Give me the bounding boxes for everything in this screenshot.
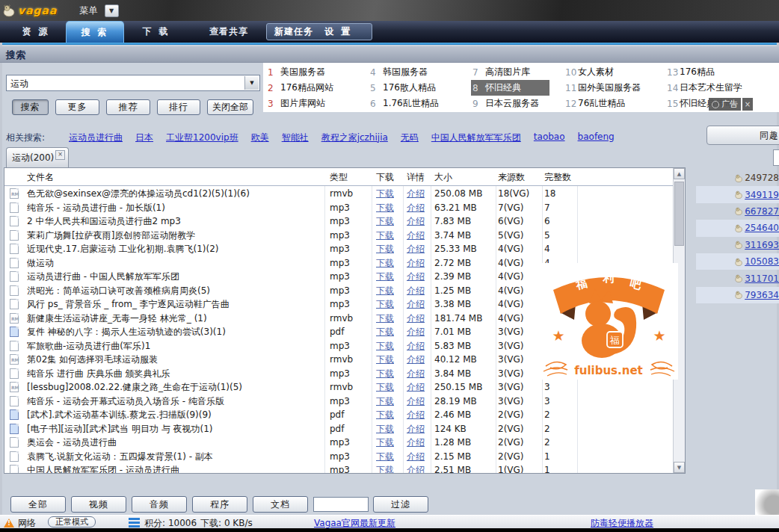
related-search-link[interactable]: 欧美	[251, 132, 269, 144]
tab-search[interactable]: 搜 索	[66, 21, 124, 43]
tab-resources[interactable]: 资 源	[6, 21, 66, 43]
related-search-link[interactable]: baofeng	[578, 132, 615, 144]
detail-link[interactable]: 介绍	[407, 214, 425, 229]
related-search-link[interactable]: 运动员进行曲	[69, 132, 123, 144]
table-row[interactable]: [电子书][运动][武术]武当 明目功 与 夜视功(1) pdf 下载 介绍 1…	[4, 422, 673, 436]
detail-link[interactable]: 介绍	[407, 201, 425, 215]
download-link[interactable]: 下载	[376, 229, 394, 243]
download-link[interactable]: 下载	[376, 422, 394, 436]
download-link[interactable]: 下载	[376, 284, 394, 298]
scrollbar-thumb[interactable]	[674, 182, 684, 246]
user-id-link[interactable]: 254640	[745, 223, 779, 233]
tab-close-icon[interactable]: ×	[55, 150, 65, 160]
related-search-link[interactable]: 无码	[401, 132, 419, 144]
user-list-item[interactable]: 667827	[696, 203, 779, 220]
table-row[interactable]: 袁腾飞.说新文化运动：五四爆发背景(1) - 副本 mp3 下载 介绍 2.15…	[4, 450, 673, 464]
ranking-button[interactable]: 排行	[157, 99, 200, 115]
detail-link[interactable]: 介绍	[407, 353, 425, 367]
download-link[interactable]: 下载	[376, 242, 394, 256]
tab-download[interactable]: 下 载	[132, 21, 181, 43]
server-ad-item[interactable]: 12 76乱世精品	[564, 96, 629, 111]
combo-dropdown-button[interactable]: ▼	[244, 76, 259, 90]
detail-link[interactable]: 介绍	[407, 422, 425, 436]
download-link[interactable]: 下载	[376, 408, 394, 422]
table-row[interactable]: [lessbug]2008.02.22.健康之路_生命在于运动(1)(5) rm…	[4, 380, 673, 395]
table-row[interactable]: 2 中华人民共和国运动员进行曲2 mp3 mp3 下载 介绍 7.83 MB 6…	[4, 214, 673, 229]
detail-link[interactable]: 介绍	[407, 367, 425, 381]
download-link[interactable]: 下载	[376, 187, 394, 201]
related-search-link[interactable]: 教程之家jczhijia	[321, 132, 388, 144]
server-ad-item[interactable]: 8 怀旧经典	[471, 80, 549, 96]
detail-link[interactable]: 介绍	[407, 187, 425, 201]
user-list-item[interactable]: 249728	[696, 170, 779, 186]
server-ad-item[interactable]: 2 176精品网站	[266, 80, 337, 96]
server-ad-item[interactable]: 10 女人素材	[564, 64, 618, 80]
scroll-down-icon[interactable]: ▼	[674, 462, 685, 473]
related-search-link[interactable]: 工业帮1200vip班	[166, 132, 238, 144]
download-link[interactable]: 下载	[376, 450, 394, 464]
header-complete[interactable]: 完整数	[544, 171, 571, 184]
related-search-link[interactable]: 中国人民解放军军乐团	[431, 132, 521, 144]
menu-label[interactable]: 菜单	[80, 4, 98, 17]
tab-view-shared[interactable]: 查看共享	[193, 21, 265, 43]
detail-link[interactable]: 介绍	[407, 339, 425, 353]
detail-link[interactable]: 介绍	[407, 325, 425, 339]
download-link[interactable]: 下载	[376, 214, 394, 229]
detail-link[interactable]: 介绍	[407, 242, 425, 256]
download-link[interactable]: 下载	[376, 339, 394, 353]
table-row[interactable]: [武术].武术运动基本训练.蔡龙云.扫描版(9)(9) pdf 下载 介绍 2.…	[4, 408, 673, 422]
detail-link[interactable]: 介绍	[407, 284, 425, 298]
server-ad-item[interactable]: 3 图片库网站	[266, 96, 329, 111]
server-ad-item[interactable]: 11 国外美国服务器	[564, 80, 644, 96]
related-search-link[interactable]: 日本	[135, 132, 153, 144]
download-link[interactable]: 下载	[376, 297, 394, 312]
server-ad-item[interactable]: 5 176散人精品	[369, 80, 440, 96]
download-link[interactable]: 下载	[376, 353, 394, 367]
table-row[interactable]: 茉莉广场舞[拉萨夜雨]原创胯部运动附教学 mp3 下载 介绍 3.74 MB 5…	[4, 229, 673, 243]
download-link[interactable]: 下载	[376, 395, 394, 409]
related-search-link[interactable]: 智能社	[282, 132, 309, 144]
table-row[interactable]: 色无欲@sexinsex@漂亮的体操运动员cd1(2)(5)(1)(6) rmv…	[4, 187, 673, 201]
server-ad-item[interactable]: 14 日本艺术生留学	[665, 80, 746, 96]
results-tab[interactable]: 运动(200) ×	[6, 147, 69, 167]
header-filename[interactable]: 文件名	[27, 171, 54, 184]
header-download[interactable]: 下载	[376, 171, 394, 184]
server-ad-item[interactable]: 7 高清图片库	[471, 64, 534, 80]
filter-program-button[interactable]: 程序	[192, 496, 247, 513]
scroll-up-icon[interactable]: ▲	[674, 168, 685, 179]
user-id-link[interactable]: 349119	[745, 190, 779, 200]
detail-link[interactable]: 介绍	[407, 436, 425, 450]
new-task-button[interactable]: 新建任务	[274, 25, 313, 38]
menu-dropdown-button[interactable]: ▼	[105, 4, 119, 17]
user-list-item[interactable]: 793634	[696, 287, 779, 303]
detail-link[interactable]: 介绍	[407, 270, 425, 284]
detail-link[interactable]: 介绍	[407, 408, 425, 422]
filter-input[interactable]	[313, 497, 369, 512]
table-row[interactable]: 奥运会 - 运动员进行曲 mp3 下载 介绍 1.28 MB 2(VG) 2	[4, 436, 673, 450]
server-ad-item[interactable]: 4 韩国服务器	[369, 64, 431, 80]
detail-link[interactable]: 介绍	[407, 395, 425, 409]
user-list-item[interactable]: 311693	[696, 237, 779, 253]
user-id-link[interactable]: 311701	[745, 273, 779, 284]
user-id-link[interactable]: 667827	[745, 206, 779, 217]
download-link[interactable]: 下载	[376, 201, 394, 215]
server-ad-item[interactable]: 13 176精品	[665, 64, 718, 80]
detail-link[interactable]: 介绍	[407, 312, 425, 326]
detail-link[interactable]: 介绍	[407, 297, 425, 312]
download-link[interactable]: 下载	[376, 380, 394, 395]
ad-close-icon[interactable]: ×	[742, 98, 753, 111]
user-id-link[interactable]: 249728	[745, 173, 779, 183]
user-id-link[interactable]: 311693	[745, 240, 779, 250]
filter-video-button[interactable]: 视频	[71, 496, 126, 513]
download-link[interactable]: 下载	[376, 325, 394, 339]
user-list-item[interactable]: 254640	[696, 220, 779, 236]
download-link[interactable]: 下载	[376, 463, 394, 473]
user-id-link[interactable]: 105083	[745, 256, 779, 267]
table-row[interactable]: 纯音乐 - 运动会开幕式运动员入场音乐 - 纯音乐版 mp3 下载 介绍 28.…	[4, 395, 673, 409]
download-link[interactable]: 下载	[376, 270, 394, 284]
server-ad-item[interactable]: 6 1.76乱世精品	[369, 96, 443, 111]
user-id-link[interactable]: 793634	[745, 290, 779, 300]
table-row[interactable]: 纯音乐 - 运动员进行曲 - 加长版(1) mp3 下载 介绍 63.21 MB…	[4, 201, 673, 215]
header-type[interactable]: 类型	[330, 171, 348, 184]
table-row[interactable]: 中国人民解放军军乐团 - 运动员进行曲 mp3 下载 介绍 2.51 MB 1(…	[4, 463, 673, 473]
